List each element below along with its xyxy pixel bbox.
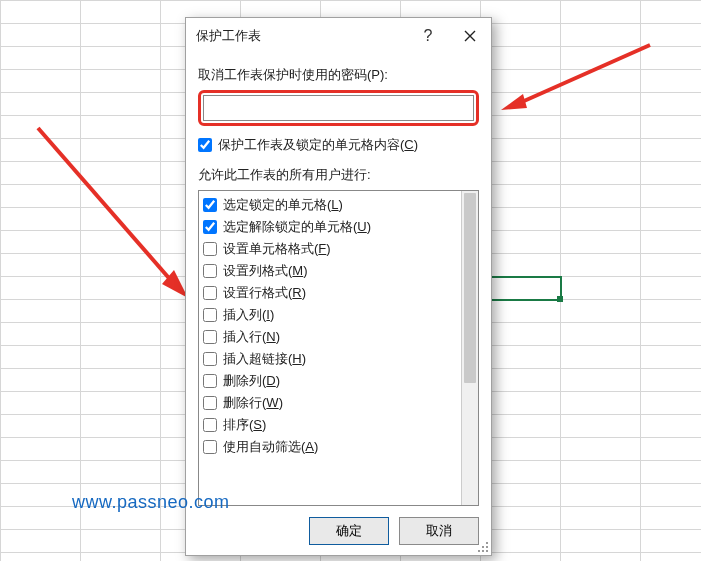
grid-cell[interactable] bbox=[1, 369, 81, 392]
ok-button[interactable]: 确定 bbox=[309, 517, 389, 545]
grid-cell[interactable] bbox=[481, 484, 561, 507]
grid-cell[interactable] bbox=[561, 553, 641, 562]
permission-checkbox[interactable] bbox=[203, 220, 217, 234]
grid-cell[interactable] bbox=[481, 277, 561, 300]
grid-cell[interactable] bbox=[81, 231, 161, 254]
scrollbar[interactable] bbox=[461, 191, 478, 505]
grid-cell[interactable] bbox=[81, 116, 161, 139]
grid-cell[interactable] bbox=[481, 530, 561, 553]
grid-cell[interactable] bbox=[561, 162, 641, 185]
grid-cell[interactable] bbox=[561, 139, 641, 162]
grid-cell[interactable] bbox=[561, 1, 641, 24]
grid-cell[interactable] bbox=[641, 438, 702, 461]
grid-cell[interactable] bbox=[1, 185, 81, 208]
grid-cell[interactable] bbox=[81, 300, 161, 323]
grid-cell[interactable] bbox=[641, 530, 702, 553]
grid-cell[interactable] bbox=[561, 93, 641, 116]
grid-cell[interactable] bbox=[1, 553, 81, 562]
grid-cell[interactable] bbox=[481, 461, 561, 484]
permission-checkbox[interactable] bbox=[203, 308, 217, 322]
grid-cell[interactable] bbox=[641, 300, 702, 323]
permission-row[interactable]: 设置行格式(R) bbox=[201, 282, 459, 304]
grid-cell[interactable] bbox=[561, 185, 641, 208]
grid-cell[interactable] bbox=[561, 415, 641, 438]
grid-cell[interactable] bbox=[1, 277, 81, 300]
grid-cell[interactable] bbox=[561, 369, 641, 392]
grid-cell[interactable] bbox=[641, 24, 702, 47]
permission-checkbox[interactable] bbox=[203, 286, 217, 300]
grid-cell[interactable] bbox=[81, 392, 161, 415]
permission-row[interactable]: 选定解除锁定的单元格(U) bbox=[201, 216, 459, 238]
permission-checkbox[interactable] bbox=[203, 198, 217, 212]
grid-cell[interactable] bbox=[1, 438, 81, 461]
grid-cell[interactable] bbox=[481, 507, 561, 530]
grid-cell[interactable] bbox=[1, 24, 81, 47]
grid-cell[interactable] bbox=[1, 254, 81, 277]
permission-checkbox[interactable] bbox=[203, 440, 217, 454]
grid-cell[interactable] bbox=[81, 553, 161, 562]
grid-cell[interactable] bbox=[1, 93, 81, 116]
grid-cell[interactable] bbox=[81, 24, 161, 47]
grid-cell[interactable] bbox=[561, 530, 641, 553]
grid-cell[interactable] bbox=[81, 415, 161, 438]
grid-cell[interactable] bbox=[481, 185, 561, 208]
permission-row[interactable]: 删除列(D) bbox=[201, 370, 459, 392]
grid-cell[interactable] bbox=[641, 346, 702, 369]
grid-cell[interactable] bbox=[1, 208, 81, 231]
scrollbar-thumb[interactable] bbox=[464, 193, 476, 383]
grid-cell[interactable] bbox=[481, 24, 561, 47]
grid-cell[interactable] bbox=[1, 70, 81, 93]
permission-row[interactable]: 使用自动筛选(A) bbox=[201, 436, 459, 458]
grid-cell[interactable] bbox=[81, 323, 161, 346]
grid-cell[interactable] bbox=[81, 93, 161, 116]
grid-cell[interactable] bbox=[81, 162, 161, 185]
grid-cell[interactable] bbox=[81, 139, 161, 162]
permission-checkbox[interactable] bbox=[203, 396, 217, 410]
permission-checkbox[interactable] bbox=[203, 374, 217, 388]
grid-cell[interactable] bbox=[561, 254, 641, 277]
grid-cell[interactable] bbox=[81, 277, 161, 300]
grid-cell[interactable] bbox=[641, 254, 702, 277]
permission-row[interactable]: 排序(S) bbox=[201, 414, 459, 436]
grid-cell[interactable] bbox=[1, 231, 81, 254]
grid-cell[interactable] bbox=[641, 139, 702, 162]
permission-checkbox[interactable] bbox=[203, 242, 217, 256]
grid-cell[interactable] bbox=[561, 24, 641, 47]
grid-cell[interactable] bbox=[561, 438, 641, 461]
grid-cell[interactable] bbox=[641, 484, 702, 507]
grid-cell[interactable] bbox=[641, 93, 702, 116]
grid-cell[interactable] bbox=[561, 47, 641, 70]
grid-cell[interactable] bbox=[641, 185, 702, 208]
grid-cell[interactable] bbox=[561, 346, 641, 369]
permission-row[interactable]: 插入超链接(H) bbox=[201, 348, 459, 370]
grid-cell[interactable] bbox=[481, 208, 561, 231]
grid-cell[interactable] bbox=[561, 507, 641, 530]
grid-cell[interactable] bbox=[81, 254, 161, 277]
grid-cell[interactable] bbox=[81, 346, 161, 369]
help-button[interactable]: ? bbox=[407, 18, 449, 54]
permission-row[interactable]: 设置单元格格式(F) bbox=[201, 238, 459, 260]
grid-cell[interactable] bbox=[641, 277, 702, 300]
grid-cell[interactable] bbox=[481, 254, 561, 277]
grid-cell[interactable] bbox=[641, 415, 702, 438]
grid-cell[interactable] bbox=[481, 415, 561, 438]
grid-cell[interactable] bbox=[561, 323, 641, 346]
grid-cell[interactable] bbox=[561, 484, 641, 507]
grid-cell[interactable] bbox=[641, 116, 702, 139]
cancel-button[interactable]: 取消 bbox=[399, 517, 479, 545]
grid-cell[interactable] bbox=[641, 507, 702, 530]
grid-cell[interactable] bbox=[481, 231, 561, 254]
grid-cell[interactable] bbox=[1, 139, 81, 162]
grid-cell[interactable] bbox=[481, 300, 561, 323]
password-input[interactable] bbox=[203, 95, 474, 121]
close-button[interactable] bbox=[449, 18, 491, 54]
grid-cell[interactable] bbox=[561, 231, 641, 254]
permission-row[interactable]: 插入行(N) bbox=[201, 326, 459, 348]
grid-cell[interactable] bbox=[1, 484, 81, 507]
grid-cell[interactable] bbox=[481, 47, 561, 70]
grid-cell[interactable] bbox=[81, 1, 161, 24]
grid-cell[interactable] bbox=[81, 47, 161, 70]
protect-checkbox-row[interactable]: 保护工作表及锁定的单元格内容(C) bbox=[198, 134, 479, 156]
grid-cell[interactable] bbox=[1, 116, 81, 139]
grid-cell[interactable] bbox=[81, 369, 161, 392]
